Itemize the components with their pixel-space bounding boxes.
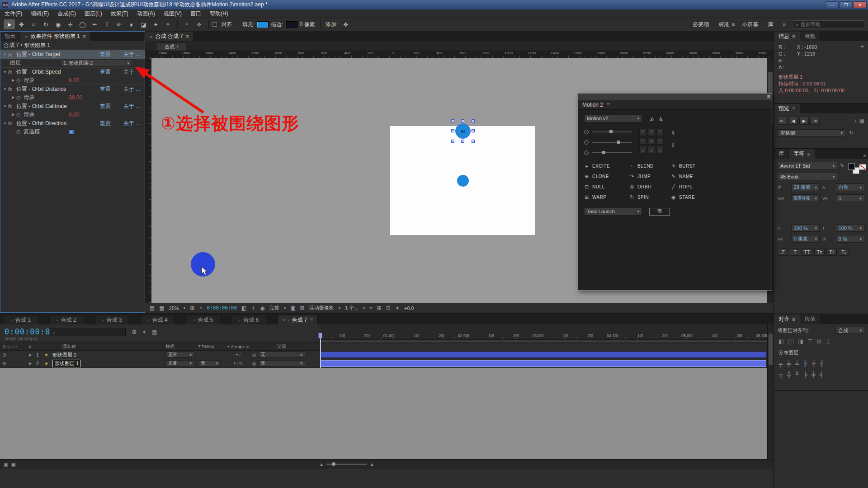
slider-control[interactable] [584, 140, 632, 145]
baseline-shift-select[interactable]: 0 像素▾ [791, 235, 820, 243]
visibility-eye-icon[interactable]: ⊙ [0, 361, 29, 366]
composition-frame[interactable]: ⊕ [390, 126, 535, 235]
timeline-empty-area[interactable] [0, 368, 767, 459]
show-snapshot-icon[interactable]: ✛ [251, 305, 255, 311]
anchor-cell-button[interactable]: ⌜ [639, 129, 646, 136]
faux-style-button[interactable]: T [790, 248, 800, 256]
panel-menu-icon[interactable]: ≡ [792, 33, 795, 40]
menu-item[interactable]: 视图(V) [164, 10, 182, 18]
timeline-comp-tab[interactable]: ▪ 合成 2 [49, 315, 84, 324]
selection-handle[interactable] [451, 129, 454, 132]
trkmat-select[interactable]: 无▾ [198, 360, 221, 366]
layer-switch-icon[interactable]: ∅ [231, 345, 234, 349]
selection-handle[interactable] [472, 140, 475, 143]
timeline-flow-icon[interactable]: ✦ [395, 305, 400, 311]
motion-tool-button[interactable]: ⊞ WARP [584, 194, 629, 200]
align-button[interactable]: ⊤ [807, 338, 812, 345]
comp-mini-tab[interactable]: 合成 7 [157, 42, 186, 51]
distribute-button[interactable]: ╤ [778, 360, 783, 367]
stroke-color-swatch[interactable] [286, 21, 297, 28]
menu-item[interactable]: 动画(A) [137, 10, 155, 18]
workspace-item[interactable]: 必要项 [693, 21, 711, 28]
twirl-icon[interactable]: ▼ [2, 122, 8, 126]
rulers-icon[interactable]: ⊡ [386, 305, 391, 311]
orbit-center-shape[interactable] [457, 175, 469, 187]
mask-toggle-icon[interactable]: ◔ [199, 305, 202, 311]
menu-item[interactable]: 编辑(E) [31, 10, 49, 18]
slider-value[interactable]: 0.00 [69, 112, 79, 118]
menu-item[interactable]: 效果(T) [111, 10, 128, 18]
about-link[interactable]: 关于 ... [123, 103, 144, 110]
toolbar-tool-icon[interactable]: ↻ [40, 19, 52, 29]
about-link[interactable]: 关于 ... [123, 85, 144, 93]
about-link[interactable]: 关于 ... [123, 51, 144, 58]
vertical-scale-select[interactable]: 100 %▾ [791, 224, 820, 232]
distribute-button[interactable]: ╟ [803, 360, 807, 367]
toolbar-tool-icon[interactable]: ✏ [113, 19, 125, 29]
layer-switches[interactable]: ✦ ∕ fx [223, 361, 252, 366]
faux-style-button[interactable]: T¹ [826, 248, 837, 256]
reset-link[interactable]: 重置 [100, 103, 123, 110]
distribute-button[interactable]: ╞ [803, 371, 807, 378]
motion-tool-button[interactable]: ✎ NAME [671, 174, 712, 179]
motion-tool-button[interactable]: ✳ BURST [671, 163, 712, 169]
motion-tool-button[interactable]: ⊡ NULL [584, 184, 629, 190]
motion2-title-bar[interactable]: Motion 2 ≡ [578, 100, 772, 110]
selection-handle[interactable] [461, 119, 464, 122]
pickwhip-icon[interactable]: ◎ [252, 352, 256, 357]
current-time-indicator[interactable] [318, 333, 322, 338]
minimize-button[interactable]: — [825, 1, 839, 8]
layer-row-2[interactable]: ⊙ ▶ 2 ★ 形状图层 1 正常▾ 无▾ ✦ ∕ fx ◎ 无▾ [0, 359, 320, 368]
exposure-value[interactable]: +0.0 [404, 305, 414, 311]
faux-style-button[interactable]: Tᴛ [814, 248, 825, 256]
kerning-select[interactable]: 度量标准▾ [791, 194, 820, 202]
reset-icon[interactable]: ↻ [849, 130, 854, 136]
panel-menu-icon[interactable]: ≡ [792, 106, 795, 112]
layer-row-1[interactable]: ⊙ ▶ 1 ★ 形状图层 2 正常▾ ✦ ∕ ◎ 无▾ [0, 351, 320, 359]
menu-item[interactable]: 窗口 [190, 10, 201, 18]
anchor-cell-button[interactable]: ╴ [639, 137, 646, 145]
anchor-cell-button[interactable]: ╷ [648, 146, 655, 153]
motion-tool-button[interactable]: ↷ JUMP [629, 174, 671, 179]
selection-handle[interactable] [472, 129, 475, 132]
channel-icon[interactable]: ◉ [260, 305, 264, 311]
zoom-in-icon[interactable]: ▴ [371, 461, 373, 467]
anchor-cell-button[interactable]: ⌝ [656, 129, 664, 136]
tab-library[interactable]: 库 [774, 149, 789, 159]
fill-color-swatch[interactable] [257, 21, 269, 28]
help-search-input[interactable] [801, 22, 855, 27]
panel-menu-icon[interactable]: ≡ [792, 316, 795, 323]
align-button[interactable]: ◫ [788, 338, 793, 345]
tab-preview[interactable]: 预览≡ [774, 104, 800, 113]
selection-handle[interactable] [451, 140, 454, 143]
align-button[interactable]: ◨ [798, 338, 803, 345]
view-layout-select[interactable]: 1 个...▾ [345, 305, 365, 311]
slider-thumb[interactable] [609, 130, 613, 133]
close-icon[interactable]: ⊠ [767, 94, 770, 99]
toolbar-tool-icon[interactable]: ✦ [150, 19, 161, 29]
toolbar-tool-icon[interactable]: ✒ [89, 19, 100, 29]
font-size-select[interactable]: 28 像素▾ [791, 183, 820, 191]
distribute-button[interactable]: ╪ [811, 371, 816, 378]
stopwatch-icon[interactable]: ◷ [16, 129, 24, 135]
reset-link[interactable]: 重置 [100, 85, 123, 93]
twirl-icon[interactable]: ▼ [2, 87, 8, 91]
layer-switch-icon[interactable]: ✦ [226, 345, 230, 349]
fx-badge-icon[interactable]: fx [8, 103, 16, 109]
tsume-select[interactable]: 0 %▾ [836, 235, 864, 243]
timeline-comp-tab[interactable]: ▪ 合成 1 [4, 315, 38, 324]
expand-transform-icon[interactable]: ▣ [4, 461, 8, 467]
layer-bar-1[interactable] [320, 352, 766, 358]
distribute-button[interactable]: ╢ [820, 360, 824, 367]
visibility-eye-icon[interactable]: ⊙ [0, 352, 29, 357]
transport-button[interactable]: ▶ [799, 117, 809, 125]
hide-shy-icon[interactable]: ▤ [152, 329, 157, 335]
fx-badge-icon[interactable]: fx [8, 69, 16, 75]
motion-tool-button[interactable]: ≈ BLEND [629, 163, 671, 169]
viewer-timecode[interactable]: 0:00:00:00 [207, 305, 237, 311]
faux-style-button[interactable]: T [778, 248, 788, 256]
twirl-icon[interactable]: ▼ [2, 70, 8, 74]
direction-checkbox[interactable]: ✓ [69, 129, 74, 135]
knob-icon[interactable] [584, 140, 589, 145]
selection-handle[interactable] [451, 119, 454, 122]
